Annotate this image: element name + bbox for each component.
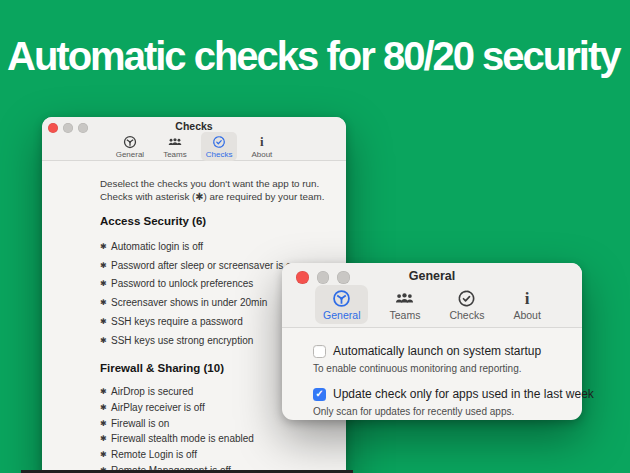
asterisk-icon: ✱ bbox=[100, 298, 111, 307]
general-window: General GeneralTeamsChecksiAbout Automat… bbox=[282, 263, 582, 420]
check-item-label: SSH keys require a password bbox=[111, 316, 243, 327]
check-item-label: AirDrop is secured bbox=[111, 386, 193, 397]
minimize-button[interactable] bbox=[63, 123, 73, 133]
section-heading: Access Security (6) bbox=[100, 215, 336, 227]
tab-label: About bbox=[251, 150, 272, 159]
check-item-label: AirPlay receiver is off bbox=[111, 402, 205, 413]
checks-toolbar: GeneralTeamsChecksiAbout bbox=[42, 132, 346, 161]
check-item-label: SSH keys use strong encryption bbox=[111, 335, 253, 346]
tab-label: General bbox=[116, 150, 144, 159]
general-window-titlebar: General GeneralTeamsChecksiAbout bbox=[282, 263, 582, 328]
general-settings: Automatically launch on system startupTo… bbox=[282, 328, 582, 417]
asterisk-icon: ✱ bbox=[100, 261, 111, 270]
info-icon: i bbox=[260, 134, 264, 149]
zoom-button[interactable] bbox=[78, 123, 88, 133]
check-item-label: Automatic login is off bbox=[111, 241, 203, 252]
check-item-label: Screensaver shows in under 20min bbox=[111, 297, 267, 308]
gauge-icon bbox=[332, 288, 351, 308]
setting-label: Update check only for apps used in the l… bbox=[333, 387, 594, 401]
tab-about[interactable]: iAbout bbox=[246, 132, 277, 161]
seal-check-icon bbox=[212, 134, 226, 149]
gauge-icon bbox=[123, 134, 137, 149]
check-item-label: Firewall stealth mode is enabled bbox=[111, 433, 254, 444]
traffic-lights bbox=[48, 123, 88, 133]
setting-row: ✓Update check only for apps used in the … bbox=[313, 385, 568, 403]
seal-check-icon bbox=[457, 288, 476, 308]
asterisk-icon: ✱ bbox=[100, 336, 111, 345]
checkbox[interactable]: ✓ bbox=[313, 388, 326, 401]
people-icon bbox=[168, 134, 182, 149]
tab-checks[interactable]: Checks bbox=[201, 132, 238, 161]
asterisk-icon: ✱ bbox=[100, 387, 111, 396]
traffic-lights bbox=[296, 271, 350, 284]
setting-description: To enable continuous monitoring and repo… bbox=[313, 363, 568, 374]
asterisk-icon: ✱ bbox=[100, 279, 111, 288]
checkbox[interactable] bbox=[313, 345, 326, 358]
check-item: ✱Automatic login is off bbox=[100, 237, 336, 256]
check-item: ✱Firewall stealth mode is enabled bbox=[100, 431, 336, 447]
check-item-label: Remote Login is off bbox=[111, 449, 197, 460]
people-icon bbox=[395, 288, 414, 308]
setting-description: Only scan for updates for recently used … bbox=[313, 406, 568, 417]
close-button[interactable] bbox=[296, 271, 309, 284]
intro-text-line: Deselect the checks you don't want the a… bbox=[100, 177, 336, 190]
asterisk-icon: ✱ bbox=[100, 450, 111, 459]
zoom-button[interactable] bbox=[337, 271, 350, 284]
general-toolbar: GeneralTeamsChecksiAbout bbox=[282, 285, 582, 324]
tab-general[interactable]: General bbox=[315, 285, 368, 324]
check-item-label: Password after sleep or screensaver is o… bbox=[111, 260, 297, 271]
promo-banner: Automatic checks for 80/20 security Chec… bbox=[0, 0, 630, 473]
close-button[interactable] bbox=[48, 123, 58, 133]
asterisk-icon: ✱ bbox=[100, 317, 111, 326]
check-item-label: Password to unlock preferences bbox=[111, 278, 253, 289]
tab-about[interactable]: iAbout bbox=[505, 285, 548, 324]
tab-label: General bbox=[323, 309, 360, 321]
asterisk-icon: ✱ bbox=[100, 242, 111, 251]
tab-general[interactable]: General bbox=[111, 132, 149, 161]
tab-label: Teams bbox=[163, 150, 187, 159]
checkmark-icon: ✓ bbox=[315, 389, 323, 399]
asterisk-icon: ✱ bbox=[100, 403, 111, 412]
asterisk-icon: ✱ bbox=[100, 419, 111, 428]
checks-window-titlebar: Checks GeneralTeamsChecksiAbout bbox=[42, 117, 346, 161]
tab-label: Checks bbox=[206, 150, 233, 159]
tab-label: About bbox=[513, 309, 540, 321]
tab-checks[interactable]: Checks bbox=[441, 285, 492, 324]
tab-label: Checks bbox=[449, 309, 484, 321]
intro-text-line: Checks with asterisk (✱) are required by… bbox=[100, 190, 336, 203]
tab-teams[interactable]: Teams bbox=[381, 285, 428, 324]
asterisk-icon: ✱ bbox=[100, 434, 111, 443]
check-item: ✱Remote Login is off bbox=[100, 447, 336, 463]
check-item-label: Firewall is on bbox=[111, 418, 169, 429]
info-icon: i bbox=[525, 288, 530, 308]
tab-teams[interactable]: Teams bbox=[158, 132, 192, 161]
tab-label: Teams bbox=[389, 309, 420, 321]
minimize-button[interactable] bbox=[317, 271, 330, 284]
setting-label: Automatically launch on system startup bbox=[333, 344, 541, 358]
setting-row: Automatically launch on system startup bbox=[313, 342, 568, 360]
hero-title: Automatic checks for 80/20 security bbox=[7, 36, 623, 76]
